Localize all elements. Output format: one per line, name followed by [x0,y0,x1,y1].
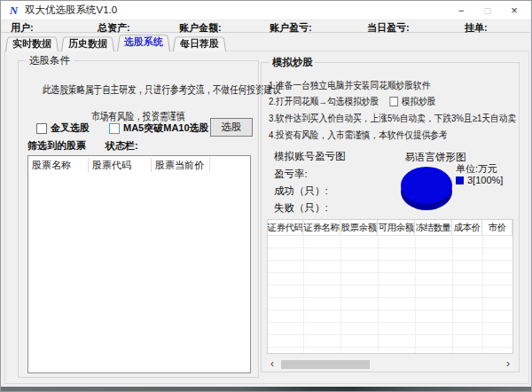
table-row [268,261,512,273]
scrollbar-thumb[interactable] [281,360,370,369]
column-header-security-name[interactable]: 证券名称 [303,220,340,235]
app-icon: N [8,4,20,16]
instruction-text: 3.软件达到买入价自动买，上涨5%自动卖，下跌3%且≥1天自动卖 [269,112,516,125]
success-count-label: 成功（只）: [274,184,328,198]
scroll-right-arrow[interactable]: › [503,359,513,370]
tab-stock-selection[interactable]: 选股系统 [117,33,170,51]
pl-chart-label: 模拟账号盈亏图 [274,150,346,163]
content-panel: 选股条件 此选股策略属于自主研发，只进行参考交流，不做任何投资建议 市场有风险，… [4,51,529,384]
title-bar: N 双大优选股系统V1.0 − □ × [1,1,531,20]
table-row [268,273,512,286]
column-header-market-price[interactable]: 市价 [482,220,512,235]
list-header: 股票名称 股票代码 股票当前价 [28,156,250,174]
checkbox-row: 金叉选股 MA5突破MA10选股 选股 [19,118,258,137]
window-title: 双大优选股系统V1.0 [25,4,117,17]
tab-label: 历史数据 [68,37,107,51]
filtered-stocks-label: 筛选到的股票 [27,139,86,153]
window-controls: − □ × [448,1,531,20]
golden-cross-checkbox[interactable]: 金叉选股 [36,122,90,135]
scroll-left-arrow[interactable]: ‹ [267,359,278,370]
selection-conditions-groupbox: 选股条件 此选股策略属于自主研发，只进行参考交流，不做任何投资建议 市场有风险，… [18,60,259,378]
minimize-button[interactable]: − [448,1,474,20]
pie-legend: 3[100%] [456,175,503,185]
column-header-stock-code[interactable]: 股票代码 [89,158,152,172]
daily-pl-label: 当日盈亏: [367,21,410,35]
checkbox-label: 模拟炒股 [402,95,436,108]
pie-chart [401,167,452,204]
tab-label: 实时数据 [12,37,51,51]
column-divider [303,236,304,353]
table-row [268,236,512,248]
column-header-security-code[interactable]: 证券代码 [268,220,303,235]
column-divider [452,236,453,353]
column-header-cost-price[interactable]: 成本价 [452,220,482,235]
select-stocks-button[interactable]: 选股 [210,118,253,137]
legend-text: 3[100%] [467,175,503,185]
user-label: 用户: [11,21,34,35]
checkbox-box [36,123,47,134]
checkbox-label: MA5突破MA10选股 [123,122,209,135]
instruction-text: 2.打开同花顺→勾选模拟炒股 [269,95,379,108]
legend-swatch [456,176,464,184]
status-bar-label: 状态栏: [106,139,138,153]
column-header-available-balance[interactable]: 可用余额 [378,220,415,235]
account-status-bar: 用户: 总资产: 账户金额: 账户盈亏: 当日盈亏: 挂单: [2,20,530,33]
instruction-text: 1.准备一台独立电脑并安装同花顺炒股软件 [269,79,430,92]
column-header-stock-balance[interactable]: 股票余额 [340,220,378,235]
maximize-button[interactable]: □ [474,1,501,20]
simulated-trading-checkbox[interactable] [390,97,399,106]
ma5-ma10-checkbox[interactable]: MA5突破MA10选股 [109,122,209,135]
column-divider [415,236,416,353]
column-header-frozen-quantity[interactable]: 冻结数量 [415,220,452,235]
instruction-line-3: 3.软件达到买入价自动买，上涨5%自动卖，下跌3%且≥1天自动卖 [269,112,516,125]
column-divider [340,236,341,353]
groupbox-title: 模拟炒股 [269,56,315,69]
column-divider [378,236,379,353]
table-header: 证券代码 证券名称 股票余额 可用余额 冻结数量 成本价 市价 [268,220,512,236]
account-amount-label: 账户金额: [179,21,222,35]
table-row [268,310,512,323]
close-button[interactable]: × [501,1,528,20]
pending-orders-label: 挂单: [465,21,488,35]
column-header-current-price[interactable]: 股票当前价 [152,158,210,172]
tab-realtime-data[interactable]: 实时数据 [5,35,59,51]
table-row [268,248,512,261]
tab-label: 选股系统 [124,35,163,49]
instruction-text: 4.投资有风险，入市需谨慎，本软件仅提供参考 [269,129,448,142]
column-header-stock-name[interactable]: 股票名称 [28,158,89,172]
table-row [268,323,512,335]
disclaimer-line1: 此选股策略属于自主研发，只进行参考交流，不做任何投资建议 [43,82,234,98]
tab-history-data[interactable]: 历史数据 [61,35,114,51]
instruction-line-1: 1.准备一台独立电脑并安装同花顺炒股软件 [269,79,430,92]
table-row [268,298,512,310]
tab-daily-picks[interactable]: 每日荐股 [173,35,226,51]
pl-rate-label: 盈亏率: [274,168,308,181]
account-pl-label: 账户盈亏: [270,21,312,35]
filtered-stocks-list[interactable]: 股票名称 股票代码 股票当前价 [27,155,251,373]
simulated-trading-groupbox: 模拟炒股 1.准备一台独立电脑并安装同花顺炒股软件 2.打开同花顺→勾选模拟炒股… [261,62,520,372]
fail-count-label: 失败（只）: [274,201,328,215]
tab-label: 每日荐股 [180,37,219,51]
instruction-line-4: 4.投资有风险，入市需谨慎，本软件仅提供参考 [269,129,448,142]
desktop-strip [1,387,531,391]
instruction-line-2: 2.打开同花顺→勾选模拟炒股 模拟炒股 [269,95,435,108]
checkbox-label: 金叉选股 [51,122,90,135]
table-row [268,335,512,348]
app-window: N 双大优选股系统V1.0 − □ × 用户: 总资产: 账户金额: 账户盈亏:… [0,0,532,392]
holdings-table[interactable]: 证券代码 证券名称 股票余额 可用余额 冻结数量 成本价 市价 [267,219,513,354]
column-divider [482,236,483,353]
tab-bar: 实时数据 历史数据 选股系统 每日荐股 [5,34,229,51]
table-row [268,286,512,298]
groupbox-title: 选股条件 [26,54,74,67]
horizontal-scrollbar[interactable]: ‹ › [267,359,513,370]
checkbox-box [109,123,120,134]
pie-unit-label: 单位:万元 [456,162,497,176]
